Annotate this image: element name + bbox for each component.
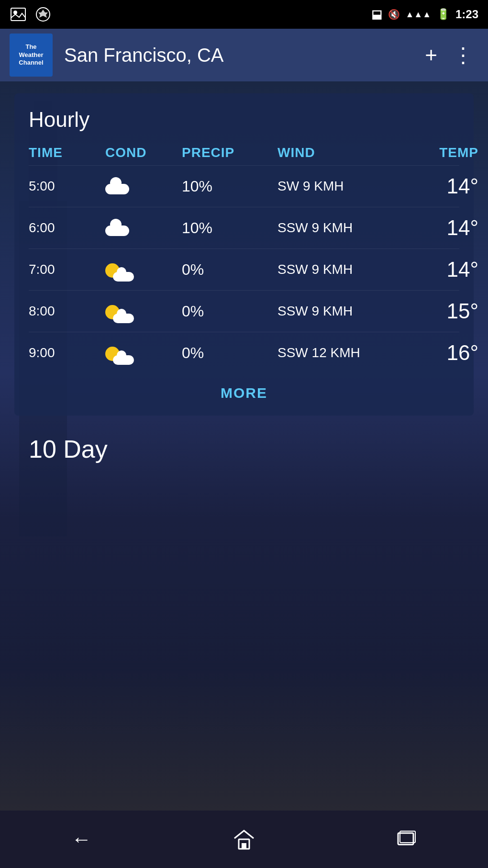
row-precip-1: 10% [182, 178, 277, 195]
table-row: 6:00 10% SSW 9 KMH 14° [29, 207, 459, 248]
row-cond-4 [105, 299, 182, 323]
app-logo: The Weather Channel [10, 34, 53, 77]
row-wind-3: SSW 9 KMH [277, 262, 402, 277]
row-time-2: 6:00 [29, 220, 105, 236]
row-precip-5: 0% [182, 344, 277, 362]
row-time-1: 5:00 [29, 179, 105, 194]
bluetooth-icon: ⬓ [371, 8, 382, 21]
row-precip-4: 0% [182, 303, 277, 320]
col-cond: COND [105, 145, 182, 160]
row-time-5: 9:00 [29, 345, 105, 361]
col-temp: TEMP [402, 145, 478, 160]
partly-cloudy-icon [105, 341, 134, 365]
row-temp-1: 14° [402, 174, 478, 198]
app-header: The Weather Channel San Francisco, CA + … [0, 29, 488, 81]
logo-text-3: Channel [19, 59, 43, 67]
row-temp-5: 16° [402, 341, 478, 365]
row-wind-2: SSW 9 KMH [277, 220, 402, 236]
cloudy-icon [105, 178, 129, 194]
logo-text: The [25, 43, 36, 51]
main-content: Hourly TIME COND PRECIP WIND TEMP 5:00 1… [0, 93, 488, 473]
row-cond-3 [105, 258, 182, 282]
soccer-icon [34, 6, 52, 23]
table-row: 5:00 10% SW 9 KMH 14° [29, 165, 459, 207]
svg-rect-5 [242, 843, 246, 849]
row-cond-1 [105, 178, 182, 194]
more-button[interactable]: MORE [29, 373, 459, 406]
signal-icon: ▲▲▲ [406, 10, 431, 20]
table-header: TIME COND PRECIP WIND TEMP [29, 145, 459, 160]
home-button[interactable] [220, 820, 268, 858]
row-precip-2: 10% [182, 219, 277, 237]
city-name: San Francisco, CA [64, 45, 425, 66]
row-cond-2 [105, 220, 182, 236]
status-bar: ⬓ 🔇 ▲▲▲ 🔋 1:23 [0, 0, 488, 29]
hourly-title: Hourly [29, 108, 459, 132]
col-time: TIME [29, 145, 105, 160]
row-time-3: 7:00 [29, 262, 105, 277]
table-row: 8:00 0% SSW 9 KMH 15° [29, 290, 459, 332]
recent-apps-button[interactable] [383, 820, 431, 858]
menu-button[interactable]: ⋮ [453, 45, 474, 66]
hourly-section: Hourly TIME COND PRECIP WIND TEMP 5:00 1… [14, 93, 474, 416]
back-button[interactable]: ← [57, 820, 105, 858]
add-location-button[interactable]: + [425, 45, 437, 66]
svg-marker-3 [38, 10, 48, 18]
row-wind-4: SSW 9 KMH [277, 304, 402, 319]
row-wind-5: SSW 12 KMH [277, 345, 402, 361]
image-icon [10, 6, 27, 23]
row-wind-1: SW 9 KMH [277, 179, 402, 194]
row-time-4: 8:00 [29, 304, 105, 319]
logo-text-2: Weather [19, 51, 43, 59]
status-bar-left [10, 6, 52, 23]
status-bar-right: ⬓ 🔇 ▲▲▲ 🔋 1:23 [371, 8, 479, 21]
row-temp-2: 14° [402, 216, 478, 240]
city-lights [0, 571, 488, 811]
mute-icon: 🔇 [388, 9, 400, 20]
partly-cloudy-icon [105, 299, 134, 323]
row-cond-5 [105, 341, 182, 365]
col-precip: PRECIP [182, 145, 277, 160]
cloudy-icon [105, 220, 129, 236]
table-row: 7:00 0% SSW 9 KMH 14° [29, 248, 459, 290]
partly-cloudy-icon [105, 258, 134, 282]
col-wind: WIND [277, 145, 402, 160]
row-temp-3: 14° [402, 258, 478, 282]
table-row: 9:00 0% SSW 12 KMH 16° [29, 332, 459, 373]
battery-icon: 🔋 [437, 8, 450, 21]
tenday-title: 10 Day [29, 435, 459, 463]
header-actions: + ⋮ [425, 45, 474, 66]
row-precip-3: 0% [182, 261, 277, 279]
clock: 1:23 [455, 8, 478, 21]
bottom-nav: ← [0, 811, 488, 868]
tenday-section: 10 Day [14, 416, 474, 473]
row-temp-4: 15° [402, 299, 478, 323]
